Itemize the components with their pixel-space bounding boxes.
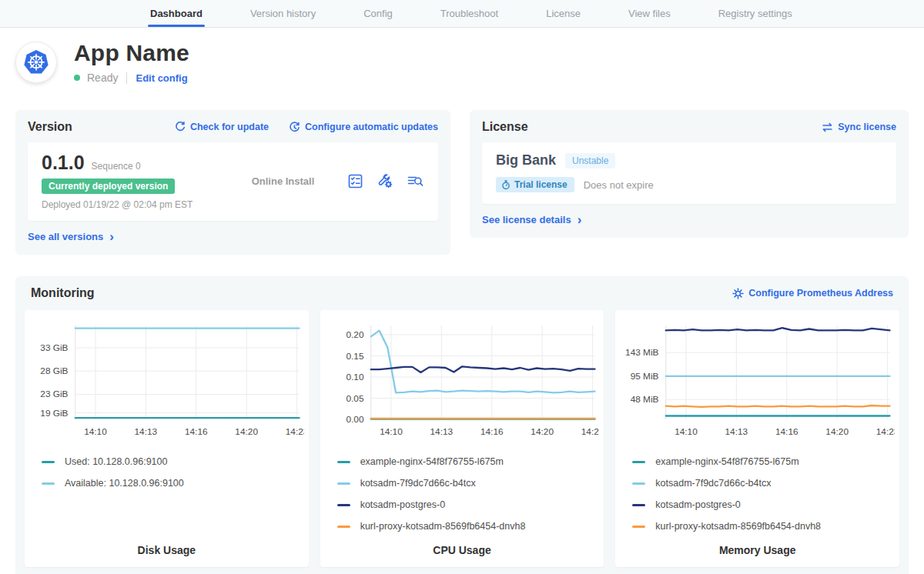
check-for-update-button[interactable]: Check for update [175,122,269,133]
legend-color-dash [42,482,55,485]
currently-deployed-badge: Currently deployed version [42,179,175,194]
tab-registry-settings[interactable]: Registry settings [716,0,795,27]
legend-color-dash [337,526,350,528]
license-expiry: Does not expire [584,179,654,191]
legend-label: kurl-proxy-kotsadm-8569fb6454-dnvh8 [655,521,821,532]
svg-text:14:23: 14:23 [581,426,599,436]
svg-text:23 GiB: 23 GiB [40,389,68,399]
current-version-panel: 0.1.0 Sequence 0 Currently deployed vers… [28,142,438,221]
cpu-usage-chart-card: 14:1014:1314:1614:2014:230.000.050.100.1… [320,310,604,567]
legend-label: kotsadm-7f9dc7d66c-b4tcx [655,478,771,489]
legend-label: Used: 10.128.0.96:9100 [65,456,167,467]
legend-label: kotsadm-postgres-0 [360,499,445,510]
tab-license[interactable]: License [544,0,583,27]
clock-refresh-icon [289,122,300,133]
svg-text:48 MiB: 48 MiB [631,394,659,404]
license-panel: Big Bank Unstable Trial license Does not… [482,142,896,204]
legend-item: example-nginx-54f8f76755-l675m [337,456,600,467]
svg-text:14:16: 14:16 [480,426,504,436]
see-license-details-link[interactable]: See license details [482,214,581,225]
memory-usage-chart: 14:1014:1314:1614:2014:2348 MiB95 MiB143… [620,318,895,447]
svg-text:14:13: 14:13 [135,426,158,436]
divider [126,72,127,84]
cpu-usage-chart: 14:1014:1314:1614:2014:230.000.050.100.1… [325,318,600,447]
configure-prometheus-button[interactable]: Configure Prometheus Address [732,288,893,299]
svg-text:0.00: 0.00 [346,414,364,424]
svg-text:143 MiB: 143 MiB [625,347,659,357]
legend-label: example-nginx-54f8f76755-l675m [655,456,798,467]
legend-color-dash [337,482,350,485]
legend-item: kotsadm-postgres-0 [632,499,895,510]
legend-color-dash [632,526,645,528]
version-card-title: Version [28,120,72,134]
svg-text:14:10: 14:10 [84,426,107,436]
monitoring-section: Monitoring Configure Prometheu [15,276,909,574]
wrench-gear-icon[interactable] [377,173,393,189]
legend-label: kotsadm-postgres-0 [655,499,740,510]
legend-color-dash [42,461,55,463]
svg-text:14:16: 14:16 [185,426,208,436]
legend-label: example-nginx-54f8f76755-l675m [360,456,504,467]
svg-text:14:13: 14:13 [430,426,453,436]
svg-text:14:13: 14:13 [725,426,748,436]
legend-color-dash [337,504,350,506]
svg-text:14:20: 14:20 [531,426,554,436]
legend-color-dash [632,504,645,506]
license-card: License Sync license Big Bank Unstable [470,110,909,238]
tab-troubleshoot[interactable]: Troubleshoot [438,0,500,27]
disk-usage-chart: 14:1014:1314:1614:2014:2319 GiB23 GiB28 … [29,318,304,447]
trial-license-badge: Trial license [496,177,574,192]
page-title: App Name [74,40,189,66]
refresh-icon [175,122,186,132]
cards-row: Version Check for update [15,110,909,255]
legend-color-dash [632,461,645,463]
svg-text:14:10: 14:10 [675,426,698,436]
install-type-label: Online Install [219,175,347,187]
configure-automatic-updates-button[interactable]: Configure automatic updates [289,122,438,133]
tab-version-history[interactable]: Version history [248,0,318,27]
memory-usage-legend: example-nginx-54f8f76755-l675mkotsadm-7f… [632,456,895,532]
svg-text:0.10: 0.10 [346,372,364,382]
tab-config[interactable]: Config [361,0,395,27]
disk-usage-legend: Used: 10.128.0.96:9100Available: 10.128.… [42,456,304,489]
kubernetes-logo [15,42,57,83]
disk-usage-chart-card: 14:1014:1314:1614:2014:2319 GiB23 GiB28 … [25,310,309,567]
customer-name: Big Bank [496,152,556,169]
chart-title: CPU Usage [325,532,600,556]
tab-dashboard[interactable]: Dashboard [148,0,205,27]
legend-item: kurl-proxy-kotsadm-8569fb6454-dnvh8 [632,521,895,532]
stopwatch-icon [501,180,511,190]
legend-color-dash [632,482,645,485]
legend-color-dash [337,461,350,463]
legend-item: kurl-proxy-kotsadm-8569fb6454-dnvh8 [337,521,600,532]
status-text: Ready [87,72,118,84]
legend-item: Available: 10.128.0.96:9100 [42,478,304,489]
svg-text:0.05: 0.05 [346,393,363,403]
chart-title: Memory Usage [620,532,895,556]
legend-item: Used: 10.128.0.96:9100 [42,456,304,467]
sequence-label: Sequence 0 [92,161,141,172]
charts-row: 14:1014:1314:1614:2014:2319 GiB23 GiB28 … [25,310,899,567]
svg-text:33 GiB: 33 GiB [40,342,68,352]
preflight-checks-icon[interactable] [347,173,363,189]
channel-badge: Unstable [565,153,615,169]
tab-view-files[interactable]: View files [626,0,673,27]
svg-text:14:10: 14:10 [380,426,403,436]
legend-item: kotsadm-postgres-0 [337,499,600,510]
sync-license-button[interactable]: Sync license [822,122,896,132]
see-all-versions-link[interactable]: See all versions [28,231,114,242]
version-card: Version Check for update [15,110,450,255]
view-logs-icon[interactable] [407,173,424,189]
deployed-timestamp: Deployed 01/19/22 @ 02:04 pm EST [42,199,219,210]
legend-item: kotsadm-7f9dc7d66c-b4tcx [632,478,895,489]
legend-label: Available: 10.128.0.96:9100 [65,478,184,489]
legend-label: kotsadm-7f9dc7d66c-b4tcx [360,478,476,489]
legend-label: kurl-proxy-kotsadm-8569fb6454-dnvh8 [360,521,526,532]
chart-title: Disk Usage [29,532,304,556]
edit-config-link[interactable]: Edit config [136,72,187,84]
version-number: 0.1.0 [42,152,85,174]
svg-text:0.15: 0.15 [346,351,363,361]
app-status-row: Ready Edit config [74,72,189,84]
sync-icon [822,122,833,132]
memory-usage-chart-card: 14:1014:1314:1614:2014:2348 MiB95 MiB143… [615,310,899,567]
